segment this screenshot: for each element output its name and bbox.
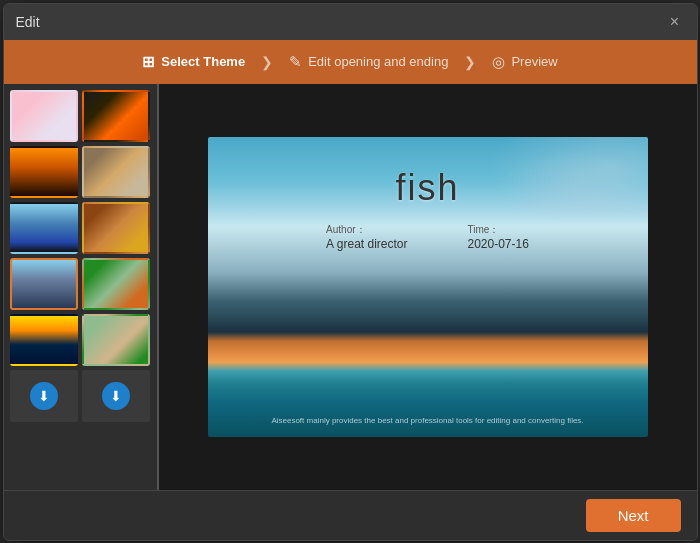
theme-thumb-7[interactable]	[10, 258, 78, 310]
theme-thumb-12[interactable]: ⬇	[82, 370, 150, 422]
preview-overlay: fish Author： A great director Time： 2020…	[208, 137, 648, 437]
close-button[interactable]: ×	[665, 12, 685, 32]
title-bar: Edit ×	[4, 4, 697, 40]
theme-thumb-8[interactable]	[82, 258, 150, 310]
thumbnail-panel: ⬇ ⬇	[4, 84, 159, 490]
thumb-row-5	[10, 314, 151, 366]
thumb-row-6: ⬇ ⬇	[10, 370, 151, 422]
theme-thumb-2[interactable]	[82, 90, 150, 142]
theme-thumb-10[interactable]	[82, 314, 150, 366]
step-select-theme[interactable]: ⊞ Select Theme	[130, 53, 257, 71]
preview-author-group: Author： A great director	[326, 223, 407, 251]
main-content: ⬇ ⬇ fish Author： A great director	[4, 84, 697, 490]
edit-opening-icon: ✎	[289, 53, 302, 71]
theme-thumb-6[interactable]	[82, 202, 150, 254]
step-arrow-1: ❯	[257, 54, 277, 70]
theme-thumb-4[interactable]	[82, 146, 150, 198]
author-value: A great director	[326, 237, 407, 251]
select-theme-icon: ⊞	[142, 53, 155, 71]
dialog-title: Edit	[16, 14, 40, 30]
edit-dialog: Edit × ⊞ Select Theme ❯ ✎ Edit opening a…	[3, 3, 698, 541]
preview-card: fish Author： A great director Time： 2020…	[208, 137, 648, 437]
step-preview-label: Preview	[511, 54, 557, 69]
preview-footer: Aiseesoft mainly provides the best and p…	[208, 416, 648, 425]
next-button[interactable]: Next	[586, 499, 681, 532]
preview-time-group: Time： 2020-07-16	[467, 223, 528, 251]
preview-title: fish	[238, 167, 618, 209]
download-icon-12: ⬇	[102, 382, 130, 410]
thumb-row-2	[10, 146, 151, 198]
preview-area: fish Author： A great director Time： 2020…	[159, 84, 697, 490]
step-edit-opening-label: Edit opening and ending	[308, 54, 448, 69]
author-label: Author：	[326, 223, 365, 237]
preview-icon: ◎	[492, 53, 505, 71]
step-edit-opening[interactable]: ✎ Edit opening and ending	[277, 53, 460, 71]
thumb-row-3	[10, 202, 151, 254]
steps-bar: ⊞ Select Theme ❯ ✎ Edit opening and endi…	[4, 40, 697, 84]
time-value: 2020-07-16	[467, 237, 528, 251]
theme-thumb-9[interactable]	[10, 314, 78, 366]
time-label: Time：	[467, 223, 499, 237]
step-select-theme-label: Select Theme	[161, 54, 245, 69]
thumb-row-4	[10, 258, 151, 310]
preview-meta: Author： A great director Time： 2020-07-1…	[238, 223, 618, 251]
thumb-row-1	[10, 90, 151, 142]
footer: Next	[4, 490, 697, 540]
theme-thumb-5[interactable]	[10, 202, 78, 254]
step-arrow-2: ❯	[460, 54, 480, 70]
theme-thumb-3[interactable]	[10, 146, 78, 198]
download-icon-11: ⬇	[30, 382, 58, 410]
theme-thumb-11[interactable]: ⬇	[10, 370, 78, 422]
step-preview[interactable]: ◎ Preview	[480, 53, 569, 71]
theme-thumb-1[interactable]	[10, 90, 78, 142]
